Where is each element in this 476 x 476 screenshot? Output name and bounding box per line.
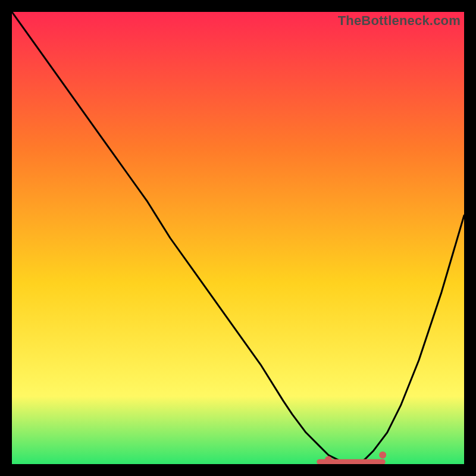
marker-dot [325, 456, 332, 463]
bottleneck-chart [12, 12, 464, 464]
watermark-text: TheBottleneck.com [338, 13, 461, 29]
heat-gradient-panel [12, 12, 464, 464]
marker-dot [379, 452, 386, 459]
chart-frame: TheBottleneck.com [12, 12, 464, 464]
